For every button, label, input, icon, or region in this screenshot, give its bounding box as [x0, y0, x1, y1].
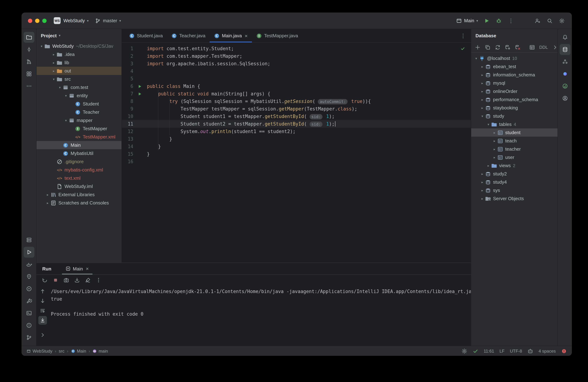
tab-testmapper-java[interactable]: ITestMapper.java	[252, 29, 302, 42]
code-line-2[interactable]: 2import com.test.mapper.TestMapper;	[122, 52, 471, 60]
chevron-closed-icon[interactable]: ▸	[45, 201, 50, 205]
project-item-text-xml[interactable]: </>text.xml	[37, 174, 122, 182]
tabs-more-icon[interactable]: ⋮	[455, 32, 471, 39]
chevron-open-icon[interactable]: ▾	[57, 86, 63, 89]
code-line-13[interactable]: 13 }	[122, 135, 471, 143]
db-item-information-schema[interactable]: ▸information_schema	[471, 71, 558, 79]
code-line-4[interactable]: 4	[122, 67, 471, 75]
docker-icon[interactable]	[23, 259, 34, 270]
down-icon[interactable]	[38, 297, 47, 305]
db-item-ebean-test[interactable]: ▸ebean_test	[471, 62, 558, 71]
notification-error-badge[interactable]	[561, 348, 567, 354]
code-editor[interactable]: 1import com.test.entity.Student;2import …	[122, 43, 471, 263]
profile-icon[interactable]	[560, 93, 570, 104]
tab-teacher-java[interactable]: CTeacher.java	[167, 29, 210, 42]
code-line-15[interactable]: 15}	[122, 150, 471, 158]
project-item-testmapper-xml[interactable]: </>TestMapper.xml	[37, 133, 122, 141]
code-line-8[interactable]: 8 try (SqlSession sqlSession = MybatisUt…	[122, 98, 471, 105]
code-line-3[interactable]: 3import org.apache.ibatis.session.SqlSes…	[122, 60, 471, 67]
caret-position[interactable]: 11:61	[484, 348, 494, 354]
db-item-tables[interactable]: ▾tables4	[471, 120, 558, 128]
line-ending-setting[interactable]: LF	[500, 348, 504, 354]
chevron-closed-icon[interactable]: ▸	[51, 61, 57, 64]
database-icon[interactable]	[560, 44, 570, 55]
project-item-teacher[interactable]: CTeacher	[37, 108, 122, 116]
run-config-selector[interactable]: Main ▾	[456, 18, 478, 23]
debug-button[interactable]	[495, 17, 502, 24]
db-item-staybooking[interactable]: ▸staybooking	[471, 104, 558, 112]
chevron-closed-icon[interactable]: ▸	[492, 139, 497, 143]
build-icon[interactable]	[23, 295, 34, 306]
db-item-study[interactable]: ▾study	[471, 112, 558, 120]
chevron-closed-icon[interactable]: ▸	[492, 156, 497, 159]
together-icon[interactable]	[560, 56, 570, 67]
project-item-com-test[interactable]: ▾com.test	[37, 83, 122, 91]
chevron-open-icon[interactable]: ▾	[63, 94, 69, 97]
up-icon[interactable]	[38, 287, 47, 295]
encoding-setting[interactable]: UTF-8	[510, 348, 522, 354]
chevron-closed-icon[interactable]: ▸	[480, 197, 485, 200]
chevron-closed-icon[interactable]: ▸	[485, 164, 491, 167]
download-db-icon[interactable]	[515, 44, 521, 50]
minimize-window-button[interactable]	[35, 19, 40, 23]
notifications-icon[interactable]	[560, 32, 570, 43]
zoom-window-button[interactable]	[42, 19, 47, 23]
sync-icon[interactable]	[495, 44, 501, 50]
branch-menu[interactable]: master ▾	[95, 18, 121, 23]
search-everywhere-button[interactable]	[546, 17, 553, 24]
chevron-closed-icon[interactable]: ▸	[480, 106, 485, 110]
project-item-entity[interactable]: ▾entity	[37, 91, 122, 100]
code-line-12[interactable]: 12 System.out.println(student1 == studen…	[122, 128, 471, 135]
project-item-src[interactable]: ▾src	[37, 75, 122, 83]
scroll-end-icon[interactable]	[38, 316, 47, 325]
code-line-11[interactable]: 11 Student student2 = testMapper.getStud…	[122, 120, 471, 128]
project-item-idea[interactable]: ▸.idea	[37, 50, 122, 58]
pull-requests-icon[interactable]	[23, 56, 34, 67]
more-icon[interactable]	[95, 277, 102, 283]
run-gutter-icon[interactable]	[135, 83, 144, 90]
structure-icon[interactable]	[23, 68, 34, 79]
chevron-closed-icon[interactable]: ▸	[51, 53, 57, 56]
project-panel-header[interactable]: Project ▾	[37, 29, 122, 42]
chevron-closed-icon[interactable]: ▸	[480, 65, 485, 68]
todo-icon[interactable]	[23, 271, 34, 282]
tab-main-java[interactable]: CMain.java×	[210, 29, 252, 42]
project-folder-icon[interactable]	[23, 32, 34, 43]
chevron-open-icon[interactable]: ▾	[51, 77, 57, 81]
breadcrumb-main[interactable]: CMain	[71, 348, 86, 354]
run-tab-main[interactable]: Main ×	[62, 263, 92, 274]
more-tool-windows-icon[interactable]	[23, 81, 34, 91]
code-line-1[interactable]: 1import com.test.entity.Student;	[122, 45, 471, 52]
db-item-performance-schema[interactable]: ▸performance_schema	[471, 95, 558, 104]
inspections-ok-icon[interactable]	[473, 348, 478, 354]
close-run-tab-icon[interactable]: ×	[86, 266, 89, 271]
more-actions-icon[interactable]: ⋮	[507, 17, 515, 24]
indent-setting[interactable]: 4 spaces	[539, 348, 556, 354]
expand-icon[interactable]	[38, 331, 47, 339]
code-with-me-button[interactable]	[534, 17, 541, 24]
import-icon[interactable]	[74, 277, 80, 283]
chevron-right-icon[interactable]	[552, 44, 558, 50]
commit-icon[interactable]	[23, 44, 34, 55]
project-item-mapper[interactable]: ▾mapper	[37, 116, 122, 124]
spring-icon[interactable]	[560, 81, 570, 91]
db-item-mysql[interactable]: ▸mysql	[471, 79, 558, 87]
chevron-closed-icon[interactable]: ▸	[480, 172, 485, 176]
project-item-external-libraries[interactable]: ▸External Libraries	[37, 190, 122, 199]
run-icon[interactable]	[23, 247, 34, 258]
project-item-main[interactable]: CMain	[37, 141, 122, 149]
code-line-9[interactable]: 9 TestMapper testMapper = sqlSession.get…	[122, 105, 471, 113]
project-item-webstudy-iml[interactable]: WebStudy.iml	[37, 182, 122, 190]
project-item-testmapper[interactable]: ITestMapper	[37, 124, 122, 133]
git-icon[interactable]	[23, 332, 34, 343]
stop-icon[interactable]	[52, 277, 59, 283]
chevron-open-icon[interactable]: ▾	[63, 118, 69, 122]
code-line-5[interactable]: 5	[122, 75, 471, 83]
close-window-button[interactable]	[28, 19, 32, 23]
duplicate-icon[interactable]	[485, 44, 491, 50]
db-item-localhost[interactable]: ▾@localhost10	[471, 54, 558, 62]
clear-icon[interactable]	[84, 277, 91, 283]
problems-icon[interactable]	[23, 320, 34, 331]
chevron-closed-icon[interactable]: ▸	[480, 73, 485, 77]
db-item-onlineorder[interactable]: ▸onlineOrder	[471, 87, 558, 95]
